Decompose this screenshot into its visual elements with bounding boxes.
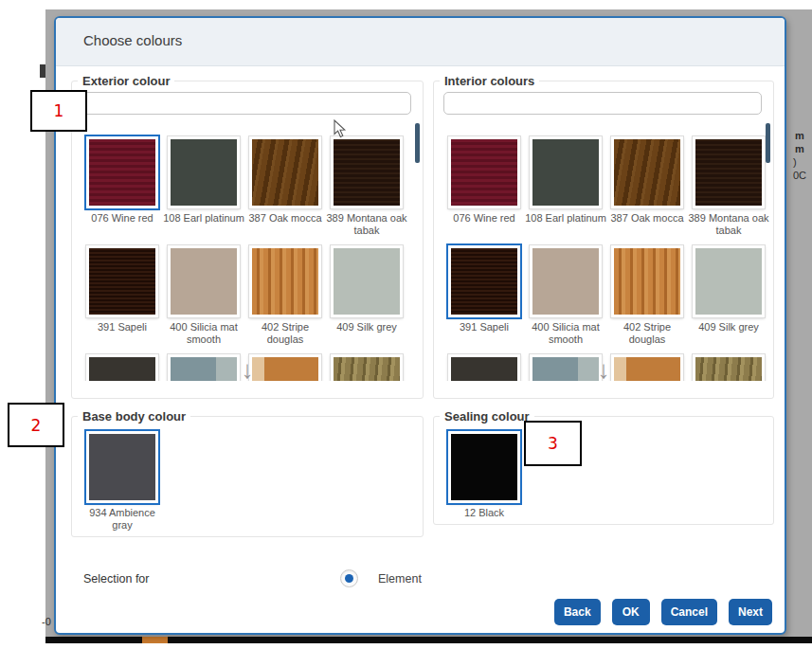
backdrop-text-fragment: 0C	[793, 170, 806, 181]
colour-label: 12 Black	[443, 507, 525, 519]
colour-chip[interactable]	[693, 136, 765, 208]
colour-chip[interactable]	[168, 136, 240, 208]
colour-chip[interactable]	[448, 136, 520, 208]
scroll-down-arrow-icon[interactable]: ↓	[242, 355, 254, 381]
colour-swatch[interactable]: 409 Silk grey	[326, 245, 407, 342]
colour-swatch[interactable]	[81, 354, 163, 381]
interior-search-input[interactable]	[443, 92, 762, 115]
colour-chip[interactable]	[448, 245, 520, 317]
colour-chip[interactable]	[530, 245, 602, 317]
colour-swatch[interactable]: 934 Ambience gray	[81, 431, 163, 528]
colour-chip[interactable]	[168, 354, 240, 381]
colour-swatch[interactable]: 402 Stripe douglas	[606, 245, 688, 342]
scrollbar-thumb[interactable]	[415, 123, 420, 163]
colour-chip[interactable]	[86, 431, 158, 503]
callout-3: 3	[524, 421, 582, 466]
colour-chip[interactable]	[611, 136, 683, 208]
colour-swatch[interactable]	[525, 354, 606, 381]
colour-label: 108 Earl platinum	[163, 212, 244, 225]
colour-chip[interactable]	[611, 245, 683, 317]
colour-swatch[interactable]: 12 Black	[443, 431, 525, 528]
colour-swatch[interactable]: 108 Earl platinum	[163, 136, 244, 233]
colour-label: 400 Silicia mat smooth	[163, 321, 244, 346]
colour-swatch[interactable]	[688, 354, 769, 381]
colour-swatch[interactable]: 391 Sapeli	[81, 245, 163, 342]
colour-swatch[interactable]: 400 Silicia mat smooth	[163, 245, 244, 342]
exterior-swatch-scroll-area[interactable]: 076 Wine red 108 Earl platinum 387 Oak m…	[72, 123, 423, 381]
callout-number: 3	[548, 434, 558, 453]
colour-swatch[interactable]	[244, 354, 326, 381]
colour-swatch[interactable]: 400 Silicia mat smooth	[525, 245, 606, 342]
colour-chip[interactable]	[168, 245, 240, 317]
colour-label: 402 Stripe douglas	[606, 321, 688, 346]
callout-2: 2	[8, 403, 64, 447]
exterior-search-input[interactable]	[81, 92, 411, 115]
colour-chip[interactable]	[611, 354, 683, 381]
colour-swatch[interactable]: 389 Montana oak tabak	[326, 136, 407, 233]
colour-chip[interactable]	[86, 245, 158, 317]
colour-chip[interactable]	[249, 245, 321, 317]
scroll-down-arrow-icon[interactable]: ↓	[598, 355, 610, 381]
colour-swatch[interactable]: 076 Wine red	[81, 136, 163, 233]
dialog-button[interactable]: Next	[729, 599, 772, 625]
callout-1: 1	[30, 90, 87, 132]
colour-swatch[interactable]: 391 Sapeli	[443, 245, 525, 342]
colour-chip[interactable]	[693, 354, 765, 381]
mouse-cursor	[334, 119, 347, 142]
dialog-button[interactable]: Back	[554, 599, 601, 625]
base-body-colour-legend: Base body colour	[78, 409, 190, 424]
sealing-colour-legend: Sealing colour	[440, 409, 534, 424]
colour-chip[interactable]	[249, 354, 321, 381]
scrollbar-thumb[interactable]	[766, 123, 770, 163]
sealing-colour-panel: Sealing colour 12 Black	[433, 409, 774, 525]
colour-swatch[interactable]: 387 Oak mocca	[606, 136, 688, 233]
sealing-swatch-grid: 12 Black	[434, 424, 773, 528]
colour-swatch[interactable]: 108 Earl platinum	[525, 136, 606, 233]
colour-chip[interactable]	[530, 136, 602, 208]
dialog-button[interactable]: OK	[612, 599, 650, 625]
colour-chip[interactable]	[331, 245, 403, 317]
colour-label: 108 Earl platinum	[525, 212, 606, 225]
colour-label: 389 Montana oak tabak	[326, 212, 407, 237]
colour-chip[interactable]	[249, 136, 321, 208]
element-radio[interactable]	[340, 569, 358, 587]
colour-swatch[interactable]: 389 Montana oak tabak	[688, 136, 769, 233]
dialog-button[interactable]: Cancel	[661, 599, 717, 625]
colour-label: 409 Silk grey	[688, 321, 769, 334]
interior-swatch-scroll-area[interactable]: 076 Wine red 108 Earl platinum 387 Oak m…	[434, 123, 773, 381]
base-body-colour-panel: Base body colour 934 Ambience gray	[71, 409, 424, 537]
colour-swatch[interactable]: 076 Wine red	[443, 136, 525, 233]
backdrop-text-fragment: m	[795, 143, 804, 154]
colour-chip[interactable]	[693, 245, 765, 317]
colour-label: 409 Silk grey	[326, 321, 407, 334]
interior-colours-panel: Interior colours 076 Wine red 108 Earl p…	[433, 74, 774, 399]
colour-chip[interactable]	[530, 354, 602, 381]
colour-label: 402 Stripe douglas	[244, 321, 326, 346]
colour-swatch[interactable]: 387 Oak mocca	[244, 136, 326, 233]
colour-label: 400 Silicia mat smooth	[525, 321, 606, 346]
backdrop-text-fragment: -0	[42, 616, 51, 627]
base-body-swatch-grid: 934 Ambience gray	[72, 424, 423, 528]
colour-label: 076 Wine red	[443, 212, 525, 225]
colour-swatch[interactable]	[606, 354, 688, 381]
element-radio-label[interactable]: Element	[378, 572, 422, 586]
colour-chip[interactable]	[448, 431, 520, 503]
colour-label: 391 Sapeli	[443, 321, 525, 334]
colour-label: 076 Wine red	[81, 212, 163, 225]
colour-chip[interactable]	[86, 136, 158, 208]
selection-for-row: Selection for Element	[83, 568, 772, 591]
screen: m m ) 0C -0 Choose colours Exterior colo…	[0, 0, 812, 649]
colour-label: 389 Montana oak tabak	[688, 212, 769, 237]
colour-chip[interactable]	[86, 354, 158, 381]
colour-chip[interactable]	[331, 354, 403, 381]
colour-swatch[interactable]: 409 Silk grey	[688, 245, 769, 342]
colour-swatch[interactable]	[326, 354, 407, 381]
colour-swatch[interactable]	[443, 354, 525, 381]
choose-colours-dialog: Choose colours Exterior colour 076 Wine …	[54, 16, 786, 635]
backdrop-text-fragment: )	[793, 156, 797, 168]
colour-swatch[interactable]: 402 Stripe douglas	[244, 245, 326, 342]
colour-swatch[interactable]	[163, 354, 244, 381]
colour-chip[interactable]	[331, 136, 403, 208]
selection-for-label: Selection for	[83, 572, 149, 586]
colour-chip[interactable]	[448, 354, 520, 381]
